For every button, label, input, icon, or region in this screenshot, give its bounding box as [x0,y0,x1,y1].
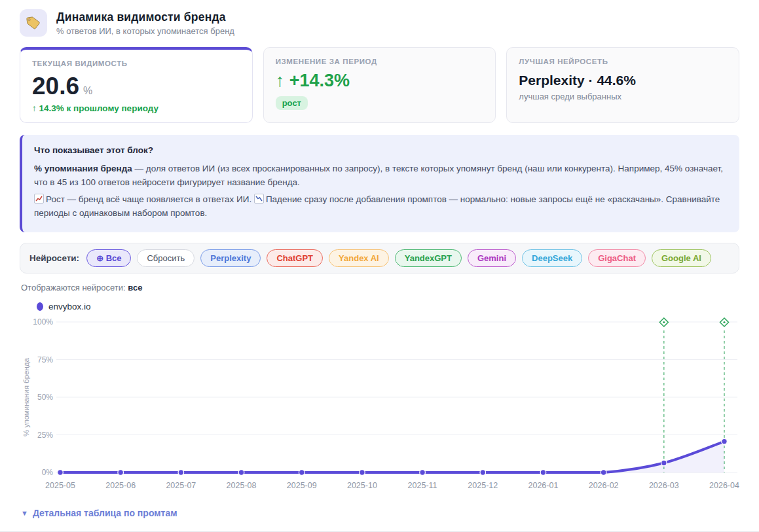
chip-deepseek[interactable]: DeepSeek [522,249,582,267]
chip-perplexity[interactable]: Perplexity [200,249,261,267]
chip-all[interactable]: ⊕ Все [86,249,131,267]
svg-text:0%: 0% [42,468,54,477]
svg-text:2025-12: 2025-12 [468,481,498,490]
info-definition: — доля ответов ИИ (из всех просканирован… [34,164,723,188]
svg-text:50%: 50% [37,393,53,402]
filter-label: Нейросети: [29,253,79,263]
svg-text:2026-01: 2026-01 [528,481,559,490]
page-title: Динамика видимости бренда [56,10,234,24]
current-visibility-value-row: 20.6% [32,74,240,98]
period-change-card: ИЗМЕНЕНИЕ ЗА ПЕРИОД ↑ +14.3% рост [263,47,496,123]
current-visibility-value: 20.6 [32,74,79,98]
period-change-value: ↑ +14.3% [276,72,484,90]
chart-up-icon [34,194,44,204]
chart-down-icon [254,194,264,204]
panel-header: Динамика видимости бренда % ответов ИИ, … [20,9,739,37]
svg-text:2025-05: 2025-05 [45,481,75,490]
prompts-table-toggle[interactable]: ▼ Детальная таблица по промтам [21,508,177,518]
svg-text:2026-03: 2026-03 [649,481,679,490]
displayed-networks-value: все [128,283,142,293]
best-network-note: лучшая среди выбранных [519,92,727,101]
chip-google-ai[interactable]: Google AI [652,249,711,267]
svg-text:2026-02: 2026-02 [589,481,619,490]
current-visibility-unit: % [83,85,92,96]
growth-badge: рост [276,96,308,110]
chip-yandex-ai[interactable]: Yandex AI [329,249,389,267]
svg-text:2025-06: 2025-06 [105,481,136,490]
svg-text:2025-10: 2025-10 [347,481,377,490]
info-title: Что показывает этот блок? [34,143,728,158]
chip-chatgpt[interactable]: ChatGPT [267,249,323,267]
chevron-down-icon: ▼ [21,509,28,517]
svg-text:2025-11: 2025-11 [408,481,437,490]
svg-text:2025-08: 2025-08 [227,481,257,490]
tag-icon [20,9,47,37]
prompts-table-toggle-label: Детальная таблица по промтам [33,508,177,518]
best-network-card: ЛУЧШАЯ НЕЙРОСЕТЬ Perplexity · 44.6% лучш… [506,47,739,123]
info-block: Что показывает этот блок? % упоминания б… [20,135,739,232]
chip-gigachat[interactable]: GigaChat [588,249,646,267]
info-paragraph-2: Рост — бренд всё чаще появляется в ответ… [34,192,728,221]
series-name: envybox.io [48,302,91,311]
info-paragraph-1: % упоминания бренда — доля ответов ИИ (и… [34,162,728,190]
stat-cards: ТЕКУЩАЯ ВИДИМОСТЬ 20.6% ↑ 14.3% к прошло… [20,47,739,123]
svg-text:75%: 75% [37,355,53,364]
svg-text:2026-04: 2026-04 [709,481,739,490]
network-filterbar: Нейросети: ⊕ ВсеСброситьPerplexityChatGP… [20,243,739,274]
chart-legend[interactable]: envybox.io [37,302,739,311]
chip-reset[interactable]: Сбросить [137,249,194,267]
current-visibility-delta: ↑ 14.3% к прошлому периоду [32,103,240,113]
current-visibility-label: ТЕКУЩАЯ ВИДИМОСТЬ [32,60,240,67]
displayed-networks-prefix: Отображаются нейросети: [21,283,128,293]
svg-text:25%: 25% [37,430,53,439]
brand-visibility-panel: Динамика видимости бренда % ответов ИИ, … [0,0,759,532]
svg-text:2025-09: 2025-09 [287,481,317,490]
visibility-chart[interactable]: 0%25%50%75%100%2025-052025-062025-072025… [20,314,739,495]
info-growth-text: Рост — бренд всё чаще появляется в ответ… [46,194,254,204]
info-term: % упоминания бренда [34,164,132,173]
svg-text:2025-07: 2025-07 [166,481,196,490]
period-change-label: ИЗМЕНЕНИЕ ЗА ПЕРИОД [276,58,484,65]
best-network-value: Perplexity · 44.6% [519,72,727,88]
svg-text:100%: 100% [33,317,53,327]
chart-section: envybox.io 0%25%50%75%100%2025-052025-06… [20,302,739,497]
best-network-label: ЛУЧШАЯ НЕЙРОСЕТЬ [519,58,727,65]
page-subtitle: % ответов ИИ, в которых упоминается брен… [56,26,234,36]
series-color-dot [37,302,43,311]
displayed-networks-line: Отображаются нейросети: все [21,283,739,293]
chip-gemini[interactable]: Gemini [468,249,516,267]
svg-text:% упоминания бренда: % упоминания бренда [22,357,30,436]
chip-yandexgpt[interactable]: YandexGPT [395,249,462,267]
current-visibility-card: ТЕКУЩАЯ ВИДИМОСТЬ 20.6% ↑ 14.3% к прошло… [20,47,253,123]
header-text: Динамика видимости бренда % ответов ИИ, … [56,10,234,36]
